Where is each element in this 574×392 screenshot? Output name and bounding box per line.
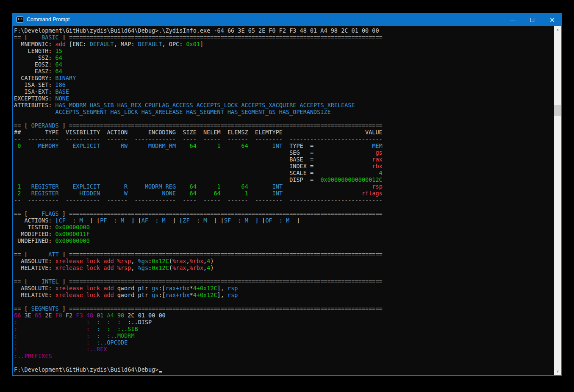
terminal-line: ACTIONS: [CF : M ] [PF : M ] [AF : M ] [… (14, 217, 554, 224)
terminal-line: CATEGORY: BINARY (14, 75, 554, 81)
scroll-down-button[interactable]: ∨ (554, 368, 561, 375)
terminal-line: : : : :..MODRM (14, 332, 554, 339)
terminal-line: UNDEFINED: 0x00000000 (14, 237, 554, 244)
terminal-line: F:\Development\GitHub\zydis\Build64\Debu… (14, 27, 554, 34)
terminal-line: ## TYPE VISIBILITY ACTION ENCODING SIZE … (14, 129, 554, 136)
terminal-line (14, 298, 554, 305)
terminal-line: ISA-EXT: BASE (14, 88, 554, 95)
terminal-line: 2 REGISTER HIDDEN W NONE 64 64 1 INT rfl… (14, 190, 554, 197)
terminal-line: EXCEPTIONS: NONE (14, 95, 554, 102)
terminal-line: : : : : :..SIB (14, 325, 554, 332)
terminal-line: : : :..OPCODE (14, 339, 554, 346)
terminal-line: == [ BASIC ] ===========================… (14, 34, 554, 41)
terminal-line: INDEX = rbx (14, 163, 554, 170)
terminal-line: TESTED: 0x00000000 (14, 224, 554, 231)
terminal-line: EASZ: 64 (14, 68, 554, 75)
window-controls: — □ × (502, 13, 562, 26)
terminal-line: MODIFIED: 0x0000011F (14, 231, 554, 237)
terminal-line: ACCEPTS_SEGMENT HAS_LOCK HAS_XRELEASE HA… (14, 108, 554, 115)
close-button[interactable]: × (542, 13, 562, 26)
scroll-thumb[interactable] (554, 105, 561, 116)
close-icon: × (549, 16, 555, 24)
terminal-line (14, 271, 554, 278)
console-body: F:\Development\GitHub\zydis\Build64\Debu… (13, 26, 561, 375)
terminal-line (14, 359, 554, 366)
chevron-down-icon: ∨ (557, 370, 559, 373)
terminal-line: LENGTH: 15 (14, 47, 554, 54)
terminal-line: MNEMONIC: add [ENC: DEFAULT, MAP: DEFAUL… (14, 41, 554, 47)
terminal-line: RELATIVE: xrelease lock add %rsp, %gs:0x… (14, 264, 554, 271)
terminal-line: EOSZ: 64 (14, 61, 554, 68)
titlebar[interactable]: C:\ Command Prompt — □ × (12, 13, 562, 26)
maximize-button[interactable]: □ (522, 13, 542, 26)
terminal-line: : :..REX (14, 346, 554, 353)
minimize-button[interactable]: — (502, 13, 522, 28)
cmd-icon[interactable]: C:\ (17, 17, 23, 22)
terminal-line: :..PREFIXES (14, 353, 554, 359)
terminal-line: SSZ: 64 (14, 54, 554, 61)
terminal-line: == [ OPERANDS ] ========================… (14, 122, 554, 129)
terminal-line: == [ FLAGS ] ===========================… (14, 210, 554, 217)
scroll-up-button[interactable]: ∧ (554, 26, 561, 33)
scrollbar[interactable]: ∧ ∨ (554, 26, 561, 375)
terminal-line: ABSOLUTE: xrelease lock add %rsp, %gs:0x… (14, 258, 554, 264)
terminal-line: : : : : : :..DISP (14, 319, 554, 325)
terminal-line: 66 3E 65 2E F0 F2 F3 48 01 A4 98 2C 01 0… (14, 312, 554, 319)
terminal-line: F:\Development\GitHub\zydis\Build64\Debu… (14, 366, 554, 373)
terminal-line: == [ SEGMENTS ] ========================… (14, 305, 554, 312)
terminal-line: 0 MEMORY EXPLICIT RW MODRM_RM 64 1 64 IN… (14, 142, 554, 149)
terminal-line (14, 244, 554, 251)
terminal-line: -- --------- ---------- ------ ---------… (14, 197, 554, 203)
terminal-line: 1 REGISTER EXPLICIT R MODRM_REG 64 1 64 … (14, 183, 554, 190)
terminal-line: DISP = 0x000000000000012C (14, 176, 554, 183)
terminal-line: ISA-SET: I86 (14, 81, 554, 88)
terminal-line: ABSOLUTE: xrelease lock add qword ptr gs… (14, 285, 554, 292)
window-title: Command Prompt (27, 17, 69, 22)
terminal-line: BASE = rax (14, 156, 554, 163)
terminal-line: == [ ATT ] =============================… (14, 251, 554, 258)
maximize-icon: □ (530, 17, 535, 22)
terminal-line: RELATIVE: xrelease lock add qword ptr gs… (14, 292, 554, 298)
command-prompt-window: C:\ Command Prompt — □ × F:\Development\… (12, 13, 562, 376)
minimize-icon: — (510, 16, 516, 23)
terminal-line: SCALE = 4 (14, 170, 554, 176)
terminal-line (14, 115, 554, 122)
terminal-line (14, 203, 554, 210)
terminal-line: SEG = gs (14, 149, 554, 156)
terminal-line: ATTRIBUTES: HAS_MODRM HAS_SIB HAS_REX CP… (14, 102, 554, 108)
terminal-output[interactable]: F:\Development\GitHub\zydis\Build64\Debu… (13, 26, 554, 375)
terminal-line: -- --------- ---------- ------ ---------… (14, 136, 554, 142)
terminal-line: == [ INTEL ] ===========================… (14, 278, 554, 285)
text-cursor (159, 371, 162, 373)
chevron-up-icon: ∧ (557, 28, 559, 32)
